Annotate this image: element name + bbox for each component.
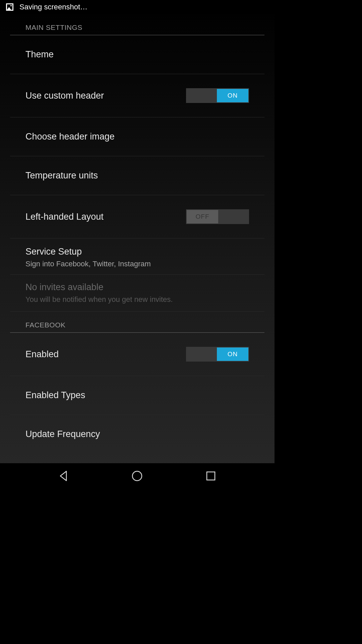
nav-recent-button[interactable] (201, 466, 221, 486)
section-header-facebook: FACEBOOK (10, 312, 264, 333)
setting-fb-enabled-types-title: Enabled Types (25, 390, 249, 400)
setting-fb-enabled[interactable]: Enabled ON (10, 333, 264, 376)
setting-service-setup-title: Service Setup (25, 247, 249, 257)
toggle-custom-header-label: ON (217, 89, 248, 102)
navigation-bar (0, 463, 275, 488)
recent-icon (205, 470, 217, 482)
setting-custom-header-title: Use custom header (25, 91, 186, 101)
setting-header-image[interactable]: Choose header image (10, 117, 264, 156)
setting-custom-header[interactable]: Use custom header ON (10, 74, 264, 117)
image-icon (6, 3, 13, 11)
nav-home-button[interactable] (127, 466, 147, 486)
back-icon (58, 470, 70, 482)
toggle-left-handed[interactable]: OFF (186, 209, 249, 224)
setting-service-setup-subtitle: Sign into Facebook, Twitter, Instagram (25, 260, 249, 268)
nav-back-button[interactable] (54, 466, 74, 486)
status-bar-text: Saving screenshot… (19, 3, 87, 11)
setting-temperature-units[interactable]: Temperature units (10, 156, 264, 195)
setting-service-setup[interactable]: Service Setup Sign into Facebook, Twitte… (10, 238, 264, 275)
setting-temperature-units-title: Temperature units (25, 170, 249, 181)
setting-invites: No invites available You will be notifie… (10, 275, 264, 312)
setting-fb-update-frequency-title: Update Frequency (25, 429, 249, 439)
setting-left-handed[interactable]: Left-handed Layout OFF (10, 195, 264, 238)
setting-invites-title: No invites available (25, 282, 249, 292)
setting-invites-subtitle: You will be notified when you get new in… (25, 295, 249, 304)
status-bar: Saving screenshot… (0, 0, 275, 14)
setting-fb-enabled-types[interactable]: Enabled Types (10, 376, 264, 415)
setting-fb-enabled-title: Enabled (25, 349, 186, 360)
home-icon (131, 470, 143, 482)
setting-left-handed-title: Left-handed Layout (25, 212, 186, 222)
setting-fb-update-frequency[interactable]: Update Frequency (10, 415, 264, 453)
svg-point-0 (132, 471, 142, 481)
toggle-left-handed-label: OFF (187, 210, 218, 223)
toggle-custom-header[interactable]: ON (186, 88, 249, 103)
svg-rect-1 (207, 472, 215, 480)
setting-theme-title: Theme (25, 49, 249, 60)
settings-content: MAIN SETTINGS Theme Use custom header ON… (0, 14, 275, 463)
setting-theme[interactable]: Theme (10, 35, 264, 74)
toggle-fb-enabled-label: ON (217, 347, 248, 361)
section-header-main: MAIN SETTINGS (10, 14, 264, 35)
toggle-fb-enabled[interactable]: ON (186, 347, 249, 362)
setting-header-image-title: Choose header image (25, 131, 249, 142)
